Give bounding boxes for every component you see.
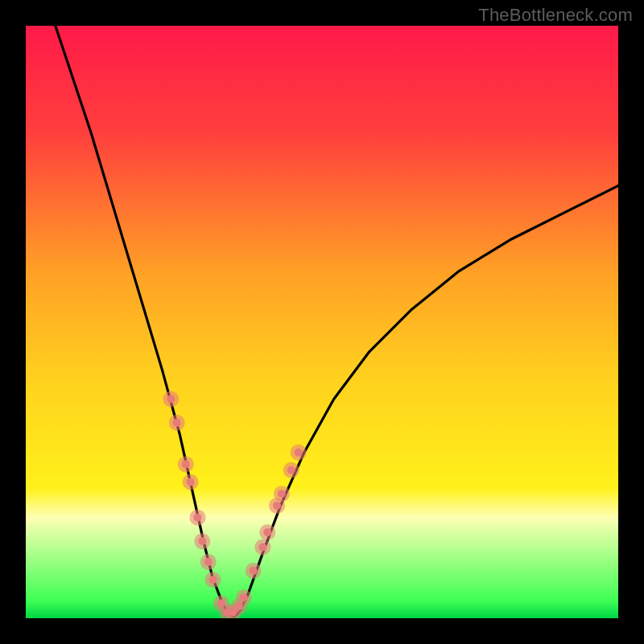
plot-area	[26, 26, 618, 618]
marker-inner	[250, 567, 258, 575]
chart-svg	[26, 26, 618, 618]
marker-inner	[278, 489, 286, 497]
marker-inner	[295, 448, 303, 456]
marker-inner	[240, 593, 248, 601]
marker-inner	[198, 537, 206, 545]
marker-inner	[273, 502, 281, 510]
marker-inner	[182, 460, 190, 469]
marker-inner	[187, 478, 195, 486]
marker-inner	[209, 576, 217, 584]
marker-inner	[193, 514, 201, 522]
marker-inner	[173, 419, 181, 427]
marker-inner	[204, 558, 213, 566]
marker-inner	[167, 395, 175, 403]
marker-inner	[287, 466, 295, 474]
watermark-text: TheBottleneck.com	[478, 5, 633, 26]
marker-inner	[258, 543, 266, 551]
gradient-background	[26, 26, 618, 618]
marker-inner	[263, 528, 271, 536]
chart-frame: TheBottleneck.com	[0, 0, 644, 644]
